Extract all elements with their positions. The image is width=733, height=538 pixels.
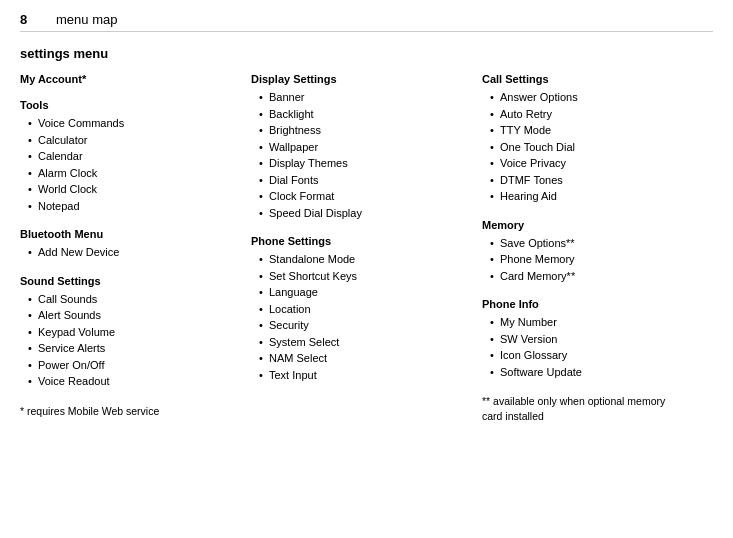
section-my-account: My Account* xyxy=(20,73,241,85)
list-item: Auto Retry xyxy=(490,106,703,123)
list-item: Notepad xyxy=(28,198,241,215)
list-item: Service Alerts xyxy=(28,340,241,357)
section-phone-settings: Phone Settings Standalone Mode Set Short… xyxy=(251,235,472,383)
section-sound-settings: Sound Settings Call Sounds Alert Sounds … xyxy=(20,275,241,390)
list-item: Banner xyxy=(259,89,472,106)
footnote-single-star: * requires Mobile Web service xyxy=(20,404,241,419)
tools-list: Voice Commands Calculator Calendar Alarm… xyxy=(20,115,241,214)
list-item: Alarm Clock xyxy=(28,165,241,182)
list-item: Voice Privacy xyxy=(490,155,703,172)
call-settings-list: Answer Options Auto Retry TTY Mode One T… xyxy=(482,89,703,205)
section-call-settings: Call Settings Answer Options Auto Retry … xyxy=(482,73,703,205)
content-area: My Account* Tools Voice Commands Calcula… xyxy=(20,73,713,423)
section-bluetooth: Bluetooth Menu Add New Device xyxy=(20,228,241,261)
section-display-settings: Display Settings Banner Backlight Bright… xyxy=(251,73,472,221)
list-item: Standalone Mode xyxy=(259,251,472,268)
list-item: Display Themes xyxy=(259,155,472,172)
section-phone-info: Phone Info My Number SW Version Icon Glo… xyxy=(482,298,703,380)
list-item: Call Sounds xyxy=(28,291,241,308)
list-item: Power On/Off xyxy=(28,357,241,374)
list-item: Voice Readout xyxy=(28,373,241,390)
list-item: Clock Format xyxy=(259,188,472,205)
list-item: Calculator xyxy=(28,132,241,149)
list-item: Brightness xyxy=(259,122,472,139)
sound-settings-list: Call Sounds Alert Sounds Keypad Volume S… xyxy=(20,291,241,390)
section-title-call-settings: Call Settings xyxy=(482,73,703,85)
list-item: One Touch Dial xyxy=(490,139,703,156)
section-title-sound-settings: Sound Settings xyxy=(20,275,241,287)
list-item: Speed Dial Display xyxy=(259,205,472,222)
section-tools: Tools Voice Commands Calculator Calendar… xyxy=(20,99,241,214)
section-title-my-account: My Account* xyxy=(20,73,241,85)
section-title-tools: Tools xyxy=(20,99,241,111)
column-2: Display Settings Banner Backlight Bright… xyxy=(251,73,482,423)
page-header: 8 menu map xyxy=(20,12,713,32)
list-item: Software Update xyxy=(490,364,703,381)
page-number: 8 xyxy=(20,12,40,27)
list-item: TTY Mode xyxy=(490,122,703,139)
list-item: Save Options** xyxy=(490,235,703,252)
list-item: Add New Device xyxy=(28,244,241,261)
section-title-phone-info: Phone Info xyxy=(482,298,703,310)
section-title-bluetooth: Bluetooth Menu xyxy=(20,228,241,240)
section-title-memory: Memory xyxy=(482,219,703,231)
column-1: My Account* Tools Voice Commands Calcula… xyxy=(20,73,251,423)
column-3: Call Settings Answer Options Auto Retry … xyxy=(482,73,713,423)
list-item: Wallpaper xyxy=(259,139,472,156)
settings-menu-heading: settings menu xyxy=(20,46,713,61)
list-item: NAM Select xyxy=(259,350,472,367)
list-item: Alert Sounds xyxy=(28,307,241,324)
memory-list: Save Options** Phone Memory Card Memory*… xyxy=(482,235,703,285)
footnote-area-col1: * requires Mobile Web service xyxy=(20,404,241,419)
section-title-phone-settings: Phone Settings xyxy=(251,235,472,247)
list-item: DTMF Tones xyxy=(490,172,703,189)
phone-info-list: My Number SW Version Icon Glossary Softw… xyxy=(482,314,703,380)
section-title-display-settings: Display Settings xyxy=(251,73,472,85)
list-item: Card Memory** xyxy=(490,268,703,285)
phone-settings-list: Standalone Mode Set Shortcut Keys Langua… xyxy=(251,251,472,383)
display-settings-list: Banner Backlight Brightness Wallpaper Di… xyxy=(251,89,472,221)
bluetooth-list: Add New Device xyxy=(20,244,241,261)
list-item: Backlight xyxy=(259,106,472,123)
list-item: Voice Commands xyxy=(28,115,241,132)
list-item: Dial Fonts xyxy=(259,172,472,189)
list-item: Text Input xyxy=(259,367,472,384)
list-item: Answer Options xyxy=(490,89,703,106)
list-item: Security xyxy=(259,317,472,334)
section-memory: Memory Save Options** Phone Memory Card … xyxy=(482,219,703,285)
list-item: Location xyxy=(259,301,472,318)
list-item: Icon Glossary xyxy=(490,347,703,364)
list-item: Hearing Aid xyxy=(490,188,703,205)
list-item: Phone Memory xyxy=(490,251,703,268)
footnote-double-star: ** available only when optional memory c… xyxy=(482,394,682,423)
footnote-area-col3: ** available only when optional memory c… xyxy=(482,394,703,423)
list-item: SW Version xyxy=(490,331,703,348)
list-item: My Number xyxy=(490,314,703,331)
list-item: Keypad Volume xyxy=(28,324,241,341)
list-item: Language xyxy=(259,284,472,301)
page-title: menu map xyxy=(56,12,117,27)
list-item: Set Shortcut Keys xyxy=(259,268,472,285)
list-item: System Select xyxy=(259,334,472,351)
list-item: Calendar xyxy=(28,148,241,165)
list-item: World Clock xyxy=(28,181,241,198)
